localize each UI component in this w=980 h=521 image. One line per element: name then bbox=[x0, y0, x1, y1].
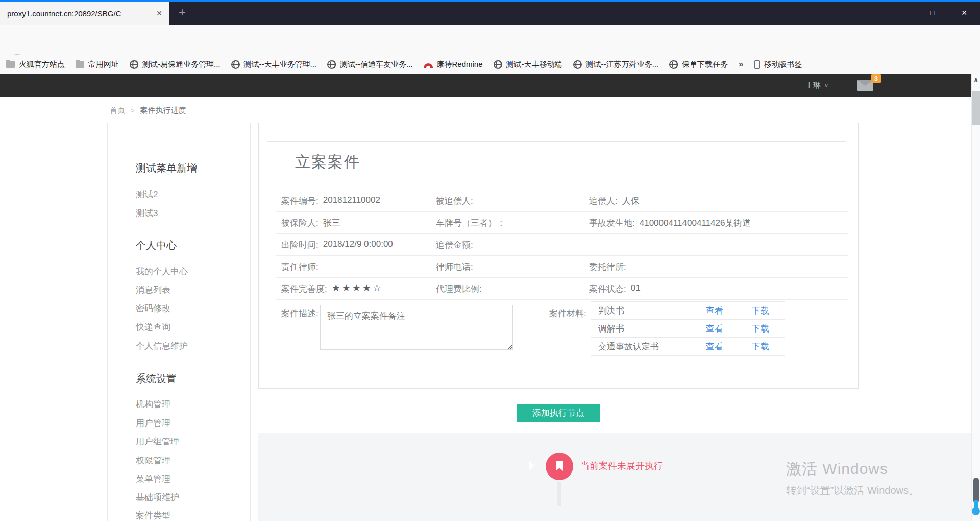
scroll-indicator-ball bbox=[972, 507, 980, 515]
card-top-divider bbox=[267, 141, 846, 142]
field-label: 代理费比例: bbox=[436, 283, 482, 295]
sidebar-item-password[interactable]: 密码修改 bbox=[136, 302, 170, 314]
scroll-indicator-body bbox=[973, 478, 979, 503]
sidebar-item-users[interactable]: 用户管理 bbox=[136, 417, 170, 429]
bookmark-label: 测试--信通车友业务... bbox=[340, 60, 413, 69]
scrollbar-up-arrow[interactable]: ∧ bbox=[972, 76, 980, 83]
maximize-button[interactable]: □ bbox=[917, 2, 948, 24]
sidebar-item-user-groups[interactable]: 用户组管理 bbox=[136, 436, 179, 447]
globe-icon bbox=[231, 60, 240, 69]
material-name: 判决书 bbox=[591, 302, 693, 320]
sidebar-item-test2[interactable]: 测试2 bbox=[136, 188, 158, 200]
bookmark-label: 康特Redmine bbox=[437, 60, 483, 69]
sidebar-item-profile[interactable]: 个人信息维护 bbox=[136, 340, 188, 352]
table-row: 交通事故认定书 查看 下载 bbox=[591, 338, 785, 356]
bookmark-label: 测试-易保通业务管理... bbox=[142, 60, 220, 69]
description-label: 案件描述: bbox=[281, 307, 318, 319]
field-value: 201812110002 bbox=[323, 195, 380, 207]
globe-icon bbox=[494, 60, 502, 69]
field-value: 410000411400411426某街道 bbox=[640, 217, 751, 229]
sidebar-item-permissions[interactable]: 权限管理 bbox=[136, 455, 170, 466]
timeline-stem bbox=[557, 482, 561, 506]
folder-icon bbox=[76, 61, 84, 68]
bookmark-item[interactable]: 测试--江苏万舜业务... bbox=[573, 60, 659, 69]
download-link[interactable]: 下载 bbox=[752, 306, 769, 316]
view-link[interactable]: 查看 bbox=[706, 324, 723, 334]
view-link[interactable]: 查看 bbox=[706, 306, 723, 316]
case-description-textarea[interactable]: 张三的立案案件备注 bbox=[320, 305, 513, 350]
material-name: 交通事故认定书 bbox=[591, 338, 693, 356]
table-row: 调解书 查看 下载 bbox=[591, 320, 785, 338]
browser-tab[interactable]: proxy1.countnet.cn:20892/SBG/C ✕ bbox=[0, 2, 169, 25]
field-label: 律师电话: bbox=[436, 261, 473, 273]
page-title: 立案案件 bbox=[295, 152, 360, 173]
sidebar-item-org[interactable]: 机构管理 bbox=[136, 398, 170, 410]
page-scrollbar[interactable]: ∧ bbox=[971, 74, 980, 521]
field-label: 出险时间: bbox=[281, 239, 318, 251]
bookmark-item[interactable]: 火狐官方站点 bbox=[6, 60, 65, 69]
minimize-button[interactable]: ─ bbox=[885, 2, 917, 24]
mail-icon[interactable]: 3 bbox=[857, 80, 873, 91]
field-label: 被追偿人: bbox=[436, 195, 473, 207]
browser-toolbar: ← → ⟳ ⌂ i proxy1.countnet.cn:20892/SBG/C… bbox=[0, 25, 980, 55]
sidebar: 测试菜单新增 测试2 测试3 个人中心 我的个人中心 消息列表 密码修改 快递查… bbox=[107, 123, 251, 521]
folder-icon bbox=[6, 61, 15, 68]
timeline-node-bookmark-icon[interactable] bbox=[546, 453, 573, 480]
field-label: 追偿金额: bbox=[436, 239, 473, 251]
bookmark-item[interactable]: 保单下载任务 bbox=[669, 60, 728, 69]
field-value: 人保 bbox=[622, 195, 640, 207]
timeline-notch bbox=[529, 461, 534, 471]
window-accent-line bbox=[0, 0, 980, 2]
redmine-icon bbox=[424, 63, 433, 68]
download-link[interactable]: 下载 bbox=[752, 342, 769, 351]
sidebar-item-express[interactable]: 快递查询 bbox=[136, 321, 170, 333]
site-navbar: 王琳 ∨ 3 bbox=[0, 74, 971, 97]
globe-icon bbox=[130, 60, 138, 69]
sidebar-item-my-center[interactable]: 我的个人中心 bbox=[136, 266, 188, 277]
field-row: 出险时间:2018/12/9 0:00:00 追偿金额: bbox=[276, 234, 848, 256]
bookmark-label: 移动版书签 bbox=[764, 60, 802, 69]
download-link[interactable]: 下载 bbox=[752, 324, 769, 334]
browser-titlebar: proxy1.countnet.cn:20892/SBG/C ✕ + ─ □ ✕ bbox=[0, 0, 980, 25]
bookmark-item[interactable]: 测试-天丰移动端 bbox=[494, 60, 562, 69]
case-rating-stars: ★★★★☆ bbox=[332, 283, 383, 295]
field-row: 被保险人:张三 车牌号（三者）： 事故发生地:41000041140041142… bbox=[276, 212, 848, 234]
field-label: 委托律所: bbox=[589, 261, 626, 273]
material-name: 调解书 bbox=[591, 320, 693, 338]
field-label: 案件编号: bbox=[281, 195, 318, 207]
add-execution-node-button[interactable]: 添加执行节点 bbox=[517, 404, 600, 422]
bookmark-item[interactable]: 康特Redmine bbox=[424, 60, 483, 69]
field-row: 案件编号:201812110002 被追偿人: 追偿人:人保 bbox=[276, 190, 848, 212]
user-name: 王琳 bbox=[805, 81, 821, 90]
field-value: 2018/12/9 0:00:00 bbox=[323, 239, 393, 251]
breadcrumb: 首页 > 案件执行进度 bbox=[110, 106, 186, 115]
bookmark-item[interactable]: 测试--信通车友业务... bbox=[327, 60, 413, 69]
sidebar-section-title: 个人中心 bbox=[136, 239, 177, 252]
materials-label: 案件材料: bbox=[549, 307, 586, 319]
bookmark-item[interactable]: 常用网址 bbox=[76, 60, 119, 69]
sidebar-item-base-items[interactable]: 基础项维护 bbox=[136, 491, 179, 503]
case-detail-card: 立案案件 案件编号:201812110002 被追偿人: 追偿人:人保 被保险人… bbox=[258, 123, 859, 389]
sidebar-item-case-types[interactable]: 案件类型 bbox=[136, 510, 170, 521]
breadcrumb-home[interactable]: 首页 bbox=[110, 106, 125, 115]
sidebar-item-menus[interactable]: 菜单管理 bbox=[136, 473, 170, 485]
scrollbar-thumb[interactable] bbox=[972, 91, 980, 125]
globe-icon bbox=[573, 60, 582, 69]
bookmarks-bar: 火狐官方站点 常用网址 测试-易保通业务管理... 测试--天丰业务管理... … bbox=[0, 55, 980, 74]
phone-icon bbox=[754, 60, 760, 69]
close-button[interactable]: ✕ bbox=[948, 2, 980, 24]
bookmark-item-mobile[interactable]: 移动版书签 bbox=[754, 60, 802, 69]
new-tab-button[interactable]: + bbox=[179, 5, 186, 19]
bookmarks-overflow-chevron[interactable]: » bbox=[739, 59, 743, 69]
tab-close-icon[interactable]: ✕ bbox=[156, 9, 162, 17]
bookmark-item[interactable]: 测试-易保通业务管理... bbox=[130, 60, 220, 69]
user-menu[interactable]: 王琳 ∨ bbox=[805, 81, 828, 90]
bookmark-item[interactable]: 测试--天丰业务管理... bbox=[231, 60, 317, 69]
sidebar-item-messages[interactable]: 消息列表 bbox=[136, 284, 170, 296]
view-link[interactable]: 查看 bbox=[706, 342, 723, 351]
sidebar-item-test3[interactable]: 测试3 bbox=[136, 207, 158, 219]
bookmark-label: 火狐官方站点 bbox=[19, 60, 65, 69]
watermark-subtitle: 转到“设置”以激活 Windows。 bbox=[786, 484, 919, 498]
bookmark-label: 测试--江苏万舜业务... bbox=[586, 60, 659, 69]
navbar-divider bbox=[843, 80, 843, 90]
